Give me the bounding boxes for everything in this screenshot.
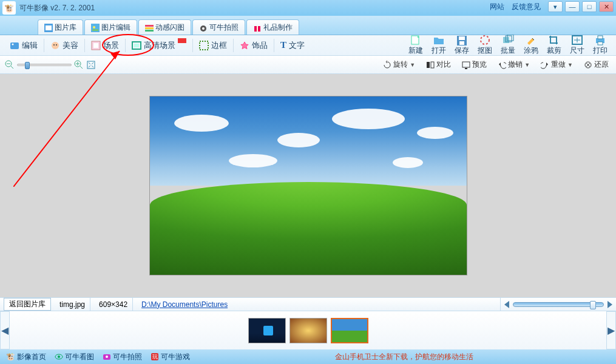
svg-point-9 (202, 27, 205, 30)
eye-icon (55, 352, 63, 361)
svg-text:玩: 玩 (152, 354, 158, 360)
tab-label: 图片编辑 (101, 22, 130, 33)
app-title: 可牛影像 v2. 7. 2. 2001 (19, 3, 95, 13)
thumb-size-slider[interactable] (513, 302, 604, 307)
canvas-area (0, 74, 616, 297)
btn-doodle[interactable]: 涂鸦 (520, 35, 542, 56)
btn-crop[interactable]: 裁剪 (543, 35, 565, 56)
slider-dec-icon[interactable] (504, 301, 509, 308)
svg-rect-26 (459, 41, 464, 45)
tool-edit[interactable]: 编辑 (5, 39, 42, 52)
tool-label: 高清场景 (144, 40, 175, 51)
btn-label: 裁剪 (547, 46, 561, 56)
status-dimensions: 609×342 (94, 298, 133, 311)
status-path[interactable]: D:\My Documents\Pictures (141, 300, 228, 309)
back-to-library[interactable]: 返回图片库 (4, 298, 51, 311)
fit-icon[interactable] (86, 60, 96, 70)
close-button[interactable]: ✕ (599, 1, 614, 12)
btn-label: 撤销 (508, 59, 523, 70)
cam-icon (103, 352, 111, 361)
btn-label: 批量 (501, 46, 515, 56)
minimize-button[interactable]: — (565, 1, 580, 12)
btn-compare[interactable]: 对比 (424, 58, 453, 71)
strip-prev[interactable]: ◀ (0, 311, 10, 349)
btn-redo[interactable]: 重做▼ (538, 58, 575, 71)
status-filename: timg.jpg (55, 298, 90, 311)
btn-restore[interactable]: 还原 (581, 58, 611, 71)
tool-accessory[interactable]: 饰品 (235, 39, 272, 52)
link-label: 可牛拍照 (113, 352, 142, 362)
btn-label: 预览 (472, 59, 487, 70)
tool-beauty[interactable]: 美容 (46, 39, 83, 52)
btn-label: 涂鸦 (524, 46, 538, 56)
btn-print[interactable]: 打印 (589, 35, 611, 56)
tool-label: 饰品 (252, 40, 268, 51)
tool-text[interactable]: T文字 (276, 39, 310, 52)
btn-batch[interactable]: 批量 (497, 35, 519, 56)
btn-size[interactable]: 尺寸 (566, 35, 588, 56)
tab-gift[interactable]: 礼品制作 (246, 19, 299, 35)
btn-label: 打印 (593, 46, 608, 56)
strip-next[interactable]: ▶ (606, 311, 616, 349)
svg-point-46 (58, 356, 60, 358)
svg-rect-39 (431, 62, 434, 68)
btn-save[interactable]: 保存 (451, 35, 473, 56)
svg-rect-11 (257, 26, 258, 32)
tab-label: 可牛拍照 (209, 22, 239, 33)
svg-rect-34 (598, 42, 603, 45)
link-game[interactable]: 玩可牛游戏 (151, 352, 190, 362)
svg-point-27 (481, 36, 489, 44)
btn-open[interactable]: 打开 (428, 35, 450, 56)
btn-preview[interactable]: 预览 (459, 58, 489, 71)
link-home[interactable]: 🐮影像首页 (6, 352, 46, 362)
thumbnail-strip: ◀ ▶ (0, 311, 616, 349)
tool-scene[interactable]: 场景 (86, 39, 124, 52)
preview-icon (462, 61, 470, 69)
zoom-in-icon[interactable] (74, 60, 84, 70)
svg-rect-6 (145, 27, 154, 29)
link-feedback[interactable]: 反馈意见 (512, 2, 541, 12)
link-view[interactable]: 可牛看图 (55, 352, 94, 362)
redo-icon (541, 61, 549, 69)
btn-label: 还原 (594, 59, 609, 70)
frame-icon (199, 41, 209, 50)
tab-camera[interactable]: 可牛拍照 (192, 19, 245, 35)
btn-rotate[interactable]: 旋转▼ (381, 58, 418, 71)
tool-frame[interactable]: 边框 (194, 39, 232, 52)
svg-rect-22 (200, 41, 208, 50)
btn-cutout[interactable]: 抠图 (474, 35, 496, 56)
link-website[interactable]: 网站 (490, 2, 504, 12)
thumbnail-selected[interactable] (331, 318, 368, 343)
link-label: 可牛看图 (65, 352, 94, 362)
tool-hdscene[interactable]: 高清场景 (127, 39, 191, 52)
game-icon: 玩 (151, 352, 159, 361)
link-camera[interactable]: 可牛拍照 (103, 352, 142, 362)
gift-icon (253, 24, 262, 32)
camera-icon (199, 24, 208, 32)
thumbnail[interactable] (289, 318, 327, 343)
btn-new[interactable]: 新建 (405, 35, 427, 56)
slider-inc-icon[interactable] (608, 301, 612, 308)
main-tabs: 图片库 图片编辑 动感闪图 可牛拍照 礼品制作 (0, 16, 616, 35)
new-icon (410, 35, 422, 46)
maximize-button[interactable]: □ (582, 1, 597, 12)
svg-rect-1 (46, 25, 52, 30)
zoom-out-icon[interactable] (5, 60, 15, 70)
new-badge-icon (178, 38, 186, 43)
zoom-slider[interactable] (17, 64, 72, 66)
tab-library[interactable]: 图片库 (38, 19, 83, 35)
cow-icon: 🐮 (6, 352, 15, 361)
svg-rect-41 (465, 68, 467, 69)
btn-label: 重做 (551, 59, 566, 70)
menu-button[interactable]: ▾ (548, 1, 563, 12)
edit-toolbar: 编辑 美容 场景 高清场景 边框 饰品 T文字 新建 打开 保存 抠图 批量 涂… (0, 35, 616, 56)
thumbnail[interactable] (248, 318, 286, 343)
btn-undo[interactable]: 撤销▼ (495, 58, 532, 71)
main-image[interactable] (149, 96, 467, 275)
tab-animation[interactable]: 动感闪图 (138, 19, 191, 35)
link-label: 影像首页 (17, 352, 46, 362)
cutout-icon (479, 35, 491, 46)
tool-label: 场景 (103, 40, 119, 51)
promo-text[interactable]: 金山手机卫士全新下载，护航您的移动生活 (335, 352, 473, 362)
tab-edit[interactable]: 图片编辑 (84, 19, 137, 35)
